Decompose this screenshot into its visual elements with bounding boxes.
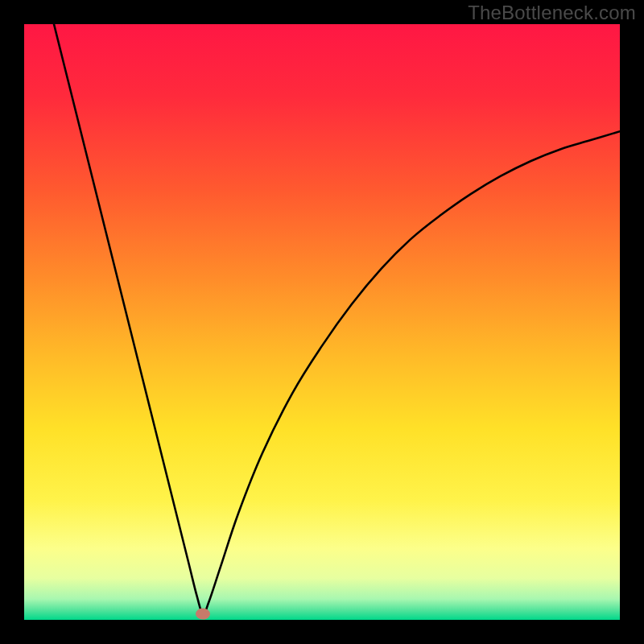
optimal-marker: [196, 609, 210, 620]
bottleneck-chart-svg: [24, 24, 620, 620]
gradient-background: [24, 24, 620, 620]
chart-frame: TheBottleneck.com: [0, 0, 644, 644]
plot-area: [24, 24, 620, 620]
watermark-text: TheBottleneck.com: [468, 2, 636, 24]
